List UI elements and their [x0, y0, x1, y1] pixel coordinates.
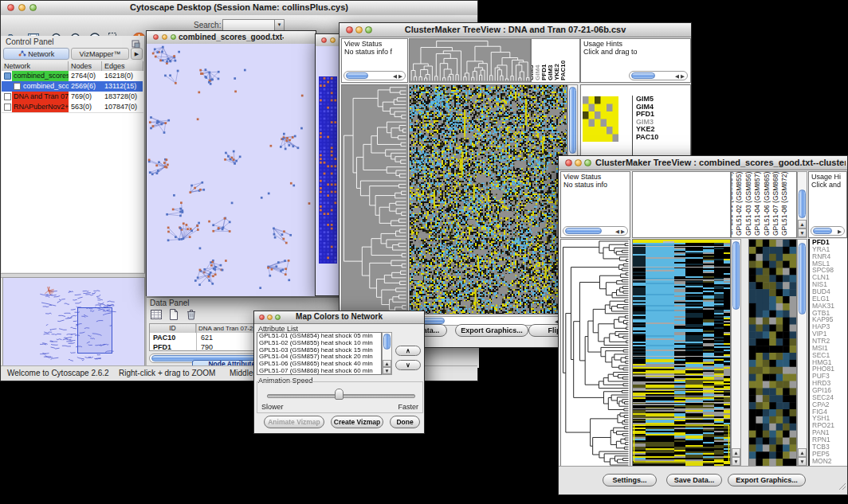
zoom-button[interactable]: [584, 159, 591, 166]
grid-network-canvas[interactable]: [319, 76, 337, 264]
scrollbar-thumb[interactable]: [565, 228, 602, 234]
settings-button[interactable]: Settings...: [603, 474, 657, 486]
network-overview-canvas[interactable]: [2, 277, 145, 368]
minimize-button[interactable]: [575, 159, 582, 166]
close-button[interactable]: [259, 315, 265, 320]
attribute-list-item[interactable]: GPL51-07 (GSM868) heat shock 60 min: [257, 368, 381, 375]
minimize-button[interactable]: [162, 34, 167, 40]
export-graphics-button[interactable]: Export Graphics...: [455, 324, 528, 337]
minimize-button[interactable]: [18, 4, 26, 11]
speed-slider-thumb[interactable]: [335, 389, 344, 400]
view-status-scrollbar[interactable]: ◀ ▶: [563, 226, 628, 236]
minimize-button[interactable]: [355, 26, 363, 33]
labels-vscrollbar[interactable]: ▲ ▼: [797, 171, 807, 238]
row-dendrogram-canvas[interactable]: [341, 84, 408, 315]
main-titlebar[interactable]: Cytoscape Desktop (Session Name: collins…: [1, 1, 477, 16]
scrollbar-thumb[interactable]: [383, 334, 391, 350]
scroll-right-arrow[interactable]: ▶: [681, 73, 685, 79]
zoom-heatmap-canvas[interactable]: [748, 239, 797, 467]
select-attributes-button[interactable]: [150, 308, 164, 322]
scroll-up-arrow[interactable]: ▲: [798, 220, 807, 229]
scroll-up-arrow[interactable]: ▲: [383, 360, 391, 367]
done-button[interactable]: Done: [390, 416, 420, 428]
network-view-titlebar[interactable]: combined_scores_good.txt--cluste...: [147, 31, 316, 45]
resize-grip[interactable]: [837, 479, 846, 494]
id-column-header[interactable]: ID: [150, 324, 196, 333]
network-list-row[interactable]: DNA and Tran 07769(0)183728(0): [2, 92, 143, 102]
network-list-row[interactable]: RNAPuberNov2+563(0)107847(0): [2, 102, 143, 112]
scroll-left-arrow[interactable]: ◀: [393, 73, 397, 79]
delete-attribute-button[interactable]: [185, 308, 199, 322]
header-nodes[interactable]: Nodes: [69, 61, 102, 71]
scroll-down-arrow[interactable]: ▼: [732, 457, 740, 466]
attribute-list[interactable]: GPL51-01 (GSM854) heat shock 05 minGPL51…: [257, 332, 382, 375]
scroll-up-arrow[interactable]: ▲: [798, 448, 807, 457]
close-button[interactable]: [7, 4, 14, 11]
zoom-vscrollbar[interactable]: ▲ ▼: [797, 239, 807, 467]
export-graphics-button[interactable]: Export Graphics...: [728, 474, 806, 486]
close-button[interactable]: [565, 159, 572, 166]
network-name[interactable]: combined_sco: [22, 81, 69, 92]
header-edges[interactable]: Edges: [102, 61, 143, 71]
heatmap-vscrollbar[interactable]: ▲ ▼: [731, 239, 741, 467]
scroll-down-arrow[interactable]: ▼: [798, 457, 807, 466]
scrollbar-thumb[interactable]: [569, 87, 576, 154]
gene-label[interactable]: MON2: [812, 458, 847, 465]
summary-matrix-canvas[interactable]: [583, 96, 618, 142]
minimize-button[interactable]: [267, 315, 273, 320]
column-dendrogram-canvas[interactable]: [409, 38, 531, 83]
new-attribute-button[interactable]: [167, 308, 182, 322]
close-button[interactable]: [153, 34, 159, 40]
network-name[interactable]: RNAPuberNov2+: [12, 102, 69, 112]
row-dendrogram-canvas[interactable]: [560, 239, 630, 467]
scrollbar-thumb[interactable]: [813, 228, 832, 234]
create-vizmap-button[interactable]: Create Vizmap: [331, 416, 383, 428]
scrollbar-thumb[interactable]: [631, 72, 655, 79]
scrollbar-thumb[interactable]: [732, 241, 740, 310]
scroll-down-arrow[interactable]: ▼: [383, 367, 391, 374]
network-name[interactable]: DNA and Tran 07: [12, 92, 69, 102]
attribute-list-scrollbar[interactable]: ▲ ▼: [382, 332, 392, 375]
network-list-row[interactable]: combined_sco2569(6)13112(15): [2, 81, 143, 92]
network-name[interactable]: combined_scores: [12, 71, 69, 81]
usage-hints-scrollbar[interactable]: ◀ ▶: [629, 71, 688, 80]
scrollbar-thumb[interactable]: [799, 243, 806, 315]
scrollbar-thumb[interactable]: [799, 189, 806, 218]
tab-vizmapper[interactable]: VizMapper™: [71, 48, 129, 60]
move-down-button[interactable]: ∨: [395, 360, 421, 370]
treeview1-titlebar[interactable]: ClusterMaker TreeView : DNA and Tran 07-…: [340, 23, 691, 37]
heatmap-canvas[interactable]: [409, 84, 567, 315]
tab-network[interactable]: Network: [3, 48, 69, 60]
move-up-button[interactable]: ∧: [395, 346, 421, 356]
scroll-left-arrow[interactable]: ◀: [675, 73, 679, 79]
animate-vizmap-button[interactable]: Animate Vizmap: [264, 416, 324, 428]
save-data-button[interactable]: Save Data...: [666, 474, 722, 486]
folder-icon: [4, 72, 11, 80]
header-network[interactable]: Network: [2, 61, 69, 71]
scroll-up-arrow[interactable]: ▲: [732, 448, 740, 457]
gene-label[interactable]: PAC10: [636, 134, 690, 142]
search-dropdown-button[interactable]: ▼: [274, 19, 285, 31]
scroll-down-arrow[interactable]: ▼: [798, 229, 807, 237]
view-status-scrollbar[interactable]: ◀ ▶: [344, 71, 406, 80]
search-input[interactable]: [222, 19, 277, 31]
dialog-titlebar[interactable]: Map Colors to Network: [254, 311, 424, 324]
scroll-right-arrow[interactable]: ▶: [621, 229, 625, 234]
close-button[interactable]: [346, 26, 353, 33]
zoom-button[interactable]: [171, 34, 176, 40]
treeview1-title: ClusterMaker TreeView : DNA and Tran 07-…: [371, 25, 659, 34]
usage-hints-scrollbar[interactable]: ▶: [811, 226, 845, 236]
tab-overflow-button[interactable]: ▶: [131, 48, 143, 60]
scrollbar-thumb[interactable]: [346, 72, 368, 79]
scroll-right-arrow[interactable]: ▶: [838, 229, 842, 234]
column-dendrogram-area[interactable]: [632, 171, 731, 238]
minimize-button[interactable]: [330, 37, 336, 43]
heatmap-canvas[interactable]: [632, 239, 731, 467]
close-button[interactable]: [321, 37, 327, 43]
network-list-row[interactable]: combined_scores2764(0)16218(0): [2, 71, 143, 81]
network-view-canvas[interactable]: [147, 44, 316, 296]
zoom-button[interactable]: [275, 315, 281, 320]
scroll-right-arrow[interactable]: ▶: [398, 73, 402, 79]
treeview2-titlebar[interactable]: ClusterMaker TreeView : combined_scores_…: [559, 156, 847, 170]
scroll-left-arrow[interactable]: ◀: [615, 229, 619, 234]
